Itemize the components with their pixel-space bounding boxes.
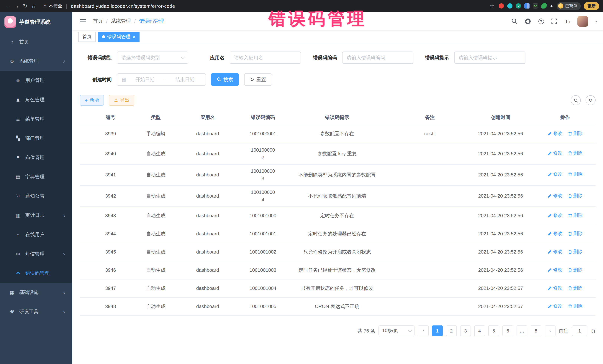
tab-error-code[interactable]: 错误码管理 × — [98, 32, 139, 42]
profile-paused-badge[interactable]: 已暂停 — [557, 2, 581, 10]
sidebar-item-users[interactable]: ☻用户管理 — [0, 71, 72, 90]
sidebar-item-error-code[interactable]: </>错误码管理 — [0, 264, 72, 283]
chevron-down-icon[interactable]: ▾ — [595, 19, 597, 23]
page-ellipsis[interactable]: … — [517, 326, 527, 336]
user-avatar[interactable] — [577, 16, 588, 26]
calendar-icon: ▦ — [121, 77, 126, 82]
hamburger-icon[interactable] — [80, 21, 86, 22]
home-icon[interactable]: ⌂ — [29, 3, 38, 9]
page-button-5[interactable]: 5 — [488, 326, 499, 336]
extension-grid-icon[interactable] — [524, 3, 530, 9]
security-status[interactable]: ⚠ 不安全 — [43, 3, 62, 9]
error-msg-input[interactable] — [459, 55, 521, 60]
back-icon[interactable]: ← — [4, 3, 12, 9]
sidebar-item-depts[interactable]: ▚部门管理 — [0, 129, 72, 148]
sidebar-item-posts[interactable]: ⚑岗位管理 — [0, 148, 72, 167]
edit-link[interactable]: 修改 — [548, 150, 562, 157]
sidebar-item-menus[interactable]: ≣菜单管理 — [0, 109, 72, 129]
github-icon[interactable] — [524, 18, 531, 24]
delete-link[interactable]: 删除 — [568, 130, 583, 137]
breadcrumb-system[interactable]: 系统管理 — [111, 18, 131, 24]
role-icon: ♟ — [15, 97, 21, 102]
edit-link[interactable]: 修改 — [548, 285, 562, 292]
refresh-table-button[interactable]: ↻ — [586, 95, 596, 105]
sidebar-item-online-users[interactable]: ∩在线用户 — [0, 225, 72, 244]
delete-link[interactable]: 删除 — [568, 230, 583, 237]
page-button-8[interactable]: 8 — [531, 326, 541, 336]
sidebar-item-home[interactable]: ◔首页 — [0, 32, 72, 52]
sidebar-item-sms[interactable]: ✉短信管理∨ — [0, 244, 72, 264]
sidebar-item-dicts[interactable]: ▤字典管理 — [0, 167, 72, 187]
delete-link[interactable]: 删除 — [568, 285, 583, 292]
export-button[interactable]: 导出 — [109, 95, 135, 106]
cell-code: 1001000002 — [245, 143, 281, 164]
toggle-search-button[interactable] — [571, 95, 581, 105]
sidebar-item-roles[interactable]: ♟角色管理 — [0, 90, 72, 109]
fullscreen-icon[interactable] — [551, 18, 557, 24]
tab-home[interactable]: 首页 — [78, 32, 96, 42]
column-msg: 错误码提示 — [281, 110, 393, 125]
extension-on-badge[interactable]: on — [533, 3, 538, 9]
help-icon[interactable]: ? — [538, 18, 544, 24]
edit-link[interactable]: 修改 — [548, 192, 562, 199]
goto-page-input[interactable] — [572, 326, 587, 336]
reload-icon[interactable]: ↻ — [21, 3, 29, 9]
prev-page-button[interactable]: ‹ — [418, 326, 429, 336]
edit-link[interactable]: 修改 — [548, 171, 562, 178]
edit-link[interactable]: 修改 — [548, 266, 562, 274]
page-button-1[interactable]: 1 — [432, 326, 443, 336]
insecure-label: 不安全 — [49, 3, 62, 9]
error-type-select[interactable]: 请选择错误码类型 — [117, 52, 188, 64]
delete-link[interactable]: 删除 — [568, 212, 583, 219]
cell-code: 1001001002 — [245, 243, 281, 261]
search-button[interactable]: 搜索 — [211, 73, 239, 86]
delete-link[interactable]: 删除 — [568, 171, 583, 178]
extension-cyan-icon[interactable] — [508, 3, 513, 9]
close-icon[interactable]: × — [133, 34, 135, 39]
sidebar-item-system[interactable]: ⚙系统管理∧ — [0, 52, 72, 71]
edit-link[interactable]: 修改 — [548, 303, 562, 310]
address-url[interactable]: dashboard.yudao.iocoder.cn/system/error-… — [71, 3, 175, 9]
warning-icon: ⚠ — [43, 3, 47, 9]
extensions-puzzle-icon[interactable]: + — [550, 3, 553, 9]
browser-update-button[interactable]: 更新 — [584, 2, 599, 10]
delete-link[interactable]: 删除 — [568, 150, 583, 157]
delete-link[interactable]: 删除 — [568, 248, 583, 255]
bookmark-star-icon[interactable]: ☆ — [489, 3, 494, 9]
sidebar-item-infra[interactable]: ▦基础设施∨ — [0, 283, 72, 302]
extension-green-icon[interactable] — [542, 3, 547, 9]
page-button-2[interactable]: 2 — [446, 326, 457, 336]
table-row: 3944 自动生成 dashboard 1001001001 定时任务的处理器已… — [80, 225, 596, 243]
sidebar-item-dev-tools[interactable]: ⚒研发工具∨ — [0, 302, 72, 321]
page-button-6[interactable]: 6 — [502, 326, 513, 336]
cell-msg: 只有开启状态的任务，才可以修改 — [281, 279, 393, 298]
edit-link[interactable]: 修改 — [548, 248, 562, 255]
next-page-button[interactable]: › — [545, 326, 556, 336]
page-button-4[interactable]: 4 — [474, 326, 485, 336]
add-button[interactable]: + 新增 — [80, 95, 104, 106]
delete-link[interactable]: 删除 — [568, 303, 583, 310]
extension-red-icon[interactable] — [499, 3, 504, 9]
font-size-icon[interactable]: TT — [565, 18, 570, 24]
page-size-select[interactable]: 10条/页 — [379, 326, 415, 336]
cell-type: 自动生成 — [141, 279, 170, 298]
browser-chrome: ← → ↻ ⌂ ⚠ 不安全 | dashboard.yudao.iocoder.… — [0, 0, 603, 12]
forward-icon[interactable]: → — [12, 3, 21, 9]
app-name-input[interactable] — [234, 55, 297, 60]
reset-button[interactable]: ↻ 重置 — [244, 73, 272, 86]
extension-vue-icon[interactable]: V — [516, 3, 521, 9]
search-icon[interactable] — [511, 18, 517, 24]
app-logo[interactable]: 芋道管理系统 — [0, 12, 72, 32]
sidebar-item-label: 角色管理 — [25, 96, 45, 103]
edit-link[interactable]: 修改 — [548, 230, 562, 237]
sidebar-item-notices[interactable]: ⚐通知公告 — [0, 187, 72, 206]
delete-link[interactable]: 删除 — [568, 266, 583, 274]
breadcrumb-home[interactable]: 首页 — [93, 18, 103, 24]
edit-link[interactable]: 修改 — [548, 212, 562, 219]
date-range-picker[interactable]: ▦ 开始日期 - 结束日期 — [117, 73, 206, 86]
edit-link[interactable]: 修改 — [548, 130, 562, 137]
sidebar-item-audit-log[interactable]: ▥审计日志∨ — [0, 206, 72, 225]
error-code-input[interactable] — [347, 55, 409, 60]
page-button-3[interactable]: 3 — [460, 326, 471, 336]
delete-link[interactable]: 删除 — [568, 192, 583, 199]
